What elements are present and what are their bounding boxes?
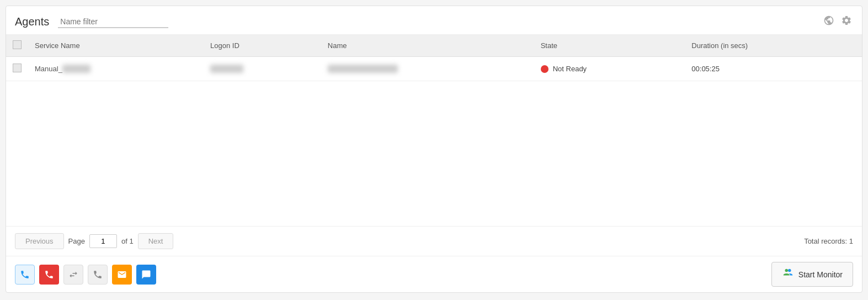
next-button[interactable]: Next: [138, 233, 174, 249]
gear-icon: [841, 15, 852, 26]
select-all-checkbox[interactable]: [13, 40, 22, 49]
service-name-header: Service Name: [28, 35, 204, 57]
name-header: Name: [321, 35, 534, 57]
agents-table: Service Name Logon ID Name State Duratio…: [6, 35, 862, 81]
globe-icon-button[interactable]: [822, 14, 835, 30]
row-checkbox-cell: [6, 57, 28, 81]
phone-call-icon: [20, 270, 30, 280]
duration-cell: 00:05:25: [685, 57, 862, 81]
end-call-icon: [44, 270, 54, 280]
header: Agents: [6, 6, 862, 35]
end-call-icon-button[interactable]: [39, 265, 59, 285]
logon-id-cell: xxxxxxx: [204, 57, 321, 81]
header-icons: [822, 14, 853, 30]
phone-icon-button[interactable]: [88, 265, 108, 285]
table-header-row: Service Name Logon ID Name State Duratio…: [6, 35, 862, 57]
agents-table-area: Service Name Logon ID Name State Duratio…: [6, 35, 862, 226]
chat-icon-button[interactable]: [136, 265, 156, 285]
agent-name-blurred: xxxxxxxxxxxxxxx: [328, 65, 398, 73]
call-icon-button[interactable]: [15, 265, 35, 285]
page-title: Agents: [15, 15, 49, 28]
start-monitor-button[interactable]: Start Monitor: [771, 262, 853, 287]
globe-icon: [823, 15, 834, 26]
name-cell: xxxxxxxxxxxxxxx: [321, 57, 534, 81]
settings-icon-button[interactable]: [840, 14, 853, 30]
start-monitor-label: Start Monitor: [798, 270, 843, 279]
email-icon-button[interactable]: [112, 265, 132, 285]
main-container: Agents Service Name: [6, 6, 862, 293]
of-total-pages: of 1: [121, 237, 134, 245]
svg-point-0: [785, 269, 788, 272]
row-checkbox[interactable]: [13, 64, 22, 72]
start-monitor-icon: [782, 267, 794, 279]
page-input[interactable]: [89, 234, 117, 248]
transfer-icon: [68, 270, 78, 280]
page-label: Page: [68, 237, 85, 245]
monitor-icon: [782, 267, 794, 282]
svg-point-1: [788, 269, 791, 272]
chat-icon: [141, 270, 151, 280]
total-records: Total records: 1: [804, 237, 853, 245]
logon-id-header: Logon ID: [204, 35, 321, 57]
logon-id-blurred: xxxxxxx: [210, 65, 243, 73]
state-header: State: [534, 35, 685, 57]
pagination: Previous Page of 1 Next Total records: 1: [6, 226, 862, 256]
table-row[interactable]: Manual_xxxxxx xxxxxxx xxxxxxxxxxxxxxx No…: [6, 57, 862, 81]
transfer-icon-button[interactable]: [63, 265, 83, 285]
state-cell: Not Ready: [534, 57, 685, 81]
footer: Start Monitor: [6, 256, 862, 292]
state-indicator: [541, 65, 549, 73]
previous-button[interactable]: Previous: [15, 233, 64, 249]
name-filter-input[interactable]: [58, 16, 168, 28]
service-name-cell: Manual_xxxxxx: [28, 57, 204, 81]
duration-header: Duration (in secs): [685, 35, 862, 57]
checkbox-header: [6, 35, 28, 57]
phone-icon: [93, 270, 103, 280]
service-name-blurred: xxxxxx: [62, 65, 90, 73]
email-icon: [117, 270, 127, 280]
state-label: Not Ready: [553, 65, 587, 73]
